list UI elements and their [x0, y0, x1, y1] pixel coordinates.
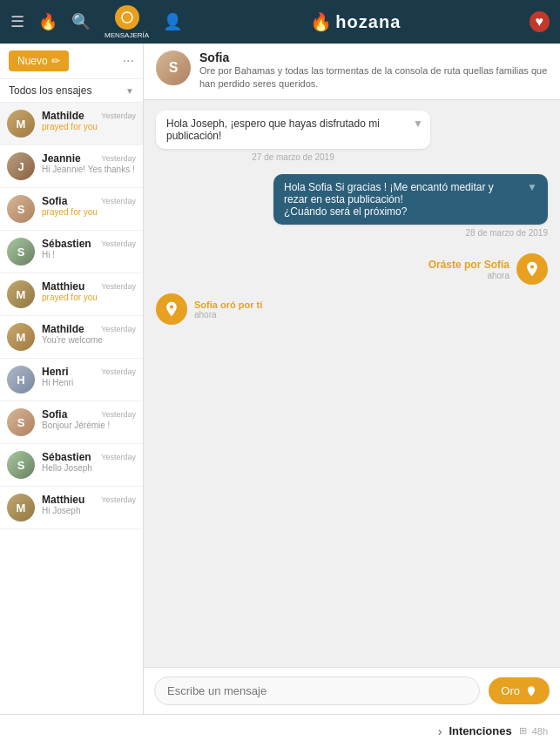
conv-name: Jeannie	[42, 152, 81, 165]
message-outgoing: ▼ Hola Sofia Si gracias ! ¡Me encantó me…	[273, 174, 548, 241]
avatar-wrap: S	[7, 195, 35, 223]
chat-header-info: Sofia Ore por Bahamas y todas las tormen…	[199, 50, 548, 91]
conv-time: Yesterday	[101, 154, 136, 163]
conv-preview: prayed for you	[42, 207, 136, 217]
message-timestamp: 27 de marzo de 2019	[156, 152, 430, 162]
conv-name: Sébastien	[42, 238, 91, 250]
intenciones-label[interactable]: Intenciones	[449, 724, 511, 737]
filter-label: Todos los ensajes	[9, 84, 91, 97]
conv-preview: Hi Joseph	[42, 506, 136, 515]
top-navigation: ☰ 🔥 🔍 MENSAJERÍA 👤 🔥 hozana ♥	[0, 0, 560, 44]
message-bubble: ▼ Hola Joseph, ¡espero que hayas disfrut…	[156, 111, 430, 149]
list-item[interactable]: S Sofia Yesterday prayed for you	[0, 188, 143, 231]
more-options-button[interactable]: ···	[123, 53, 134, 69]
avatar: S	[7, 451, 35, 479]
conv-info: Mathilde Yesterday prayed for you	[42, 110, 136, 131]
conv-time: Yesterday	[101, 197, 136, 205]
chat-header-description: Ore por Bahamas y todas las tormentas de…	[199, 64, 548, 91]
list-item[interactable]: M Matthieu Yesterday prayed for you	[0, 273, 143, 316]
conv-info: Matthieu Yesterday prayed for you	[42, 280, 136, 302]
nav-left: ☰ 🔥 🔍 MENSAJERÍA 👤	[10, 5, 182, 39]
conv-info: Jeannie Yesterday Hi Jeannie! Yes thanks…	[42, 152, 136, 174]
new-button[interactable]: Nuevo ✏	[9, 50, 69, 71]
list-item[interactable]: H Henri Yesterday Hi Henri	[0, 359, 143, 401]
flame-nav-icon[interactable]: 🔥	[38, 12, 57, 31]
mensajeria-label: MENSAJERÍA	[105, 31, 149, 39]
conv-time: Yesterday	[101, 325, 136, 333]
avatar: S	[7, 238, 35, 266]
oraste-text: Oráste por Sofía	[428, 259, 509, 271]
expand-icon-out: ▼	[527, 181, 537, 193]
avatar-wrap: S	[7, 408, 35, 436]
conv-name: Mathilde	[42, 110, 84, 122]
chat-contact-avatar: S	[156, 50, 191, 85]
mensajeria-tab[interactable]: MENSAJERÍA	[105, 5, 149, 39]
conversation-list: M Mathilde Yesterday prayed for you J Je…	[0, 103, 143, 714]
pray-info: Sofia oró por tí ahora	[194, 299, 262, 320]
sidebar: Nuevo ✏ ··· Todos los ensajes ▼ M Mathil…	[0, 44, 144, 714]
list-item[interactable]: M Mathilde Yesterday prayed for you	[0, 103, 143, 145]
main-container: Nuevo ✏ ··· Todos los ensajes ▼ M Mathil…	[0, 44, 560, 714]
avatar: S	[7, 195, 35, 223]
conv-preview: Hi Henri	[42, 378, 136, 387]
message-timestamp: 28 de marzo de 2019	[273, 228, 548, 238]
oro-label: Oro	[501, 684, 520, 697]
messages-area: ▼ Hola Joseph, ¡espero que hayas disfrut…	[144, 100, 560, 667]
avatar-wrap: M	[7, 110, 35, 138]
chat-area: S Sofia Ore por Bahamas y todas las torm…	[144, 44, 560, 714]
pray-text: Sofia oró por tí	[194, 299, 262, 310]
conv-name: Henri	[42, 366, 69, 378]
brand-area: 🔥 hozana	[310, 11, 401, 32]
avatar: M	[7, 494, 35, 522]
avatar-wrap: M	[7, 323, 35, 351]
chat-contact-name: Sofia	[199, 50, 548, 64]
list-item[interactable]: S Sofia Yesterday Bonjour Jérémie !	[0, 401, 143, 444]
oro-button[interactable]: Oro	[489, 677, 550, 704]
avatar: M	[7, 280, 35, 308]
list-item[interactable]: S Sébastien Yesterday Hi !	[0, 231, 143, 273]
conv-info: Henri Yesterday Hi Henri	[42, 366, 136, 387]
filter-row[interactable]: Todos los ensajes ▼	[0, 79, 143, 103]
message-input[interactable]	[154, 676, 480, 705]
conv-info: Sébastien Yesterday Hi !	[42, 238, 136, 259]
conv-time: Yesterday	[101, 367, 136, 376]
conv-preview: prayed for you	[42, 122, 136, 131]
conv-info: Sofia Yesterday Bonjour Jérémie !	[42, 408, 136, 430]
list-item[interactable]: J Jeannie Yesterday Hi Jeannie! Yes than…	[0, 145, 143, 188]
avatar-wrap: S	[7, 451, 35, 479]
message-bubble: ▼ Hola Sofia Si gracias ! ¡Me encantó me…	[273, 174, 548, 225]
conv-preview: Hi Jeannie! Yes thanks !	[42, 165, 136, 174]
heart-icon[interactable]: ♥	[530, 11, 550, 32]
conv-preview: You're welcome	[42, 335, 136, 345]
conv-name: Mathilde	[42, 323, 84, 335]
profile-icon[interactable]: 👤	[163, 12, 182, 31]
filter-arrow-icon: ▼	[125, 86, 134, 96]
conv-info: Sofia Yesterday prayed for you	[42, 195, 136, 217]
list-item[interactable]: M Mathilde Yesterday You're welcome	[0, 316, 143, 359]
avatar: S	[7, 408, 35, 436]
conv-name: Sofia	[42, 195, 67, 207]
conv-preview: Hello Joseph	[42, 463, 136, 473]
hamburger-icon[interactable]: ☰	[10, 12, 24, 31]
avatar-wrap: H	[7, 366, 35, 394]
search-icon[interactable]: 🔍	[71, 12, 91, 31]
list-item[interactable]: S Sébastien Yesterday Hello Joseph	[0, 444, 143, 487]
avatar-wrap: M	[7, 494, 35, 522]
brand-flame-icon: 🔥	[310, 11, 332, 32]
mensajeria-icon-circle	[115, 5, 139, 30]
list-item[interactable]: M Matthieu Yesterday Hi Joseph	[0, 487, 143, 529]
chevron-right-icon[interactable]: ›	[438, 724, 442, 738]
pray-row: Sofia oró por tí ahora	[156, 293, 548, 325]
conv-info: Sébastien Yesterday Hello Joseph	[42, 451, 136, 473]
expand-icon: ▼	[413, 118, 423, 130]
conv-preview: Hi !	[42, 250, 136, 259]
conv-time: Yesterday	[101, 282, 136, 291]
pray-avatar	[156, 293, 187, 325]
conv-name: Sofia	[42, 408, 67, 421]
pray-time: ahora	[194, 310, 262, 320]
chat-input-area: Oro	[144, 667, 560, 714]
conv-name: Sébastien	[42, 451, 91, 463]
conv-name: Matthieu	[42, 280, 84, 293]
conv-time: Yesterday	[101, 495, 136, 504]
avatar: M	[7, 110, 35, 138]
